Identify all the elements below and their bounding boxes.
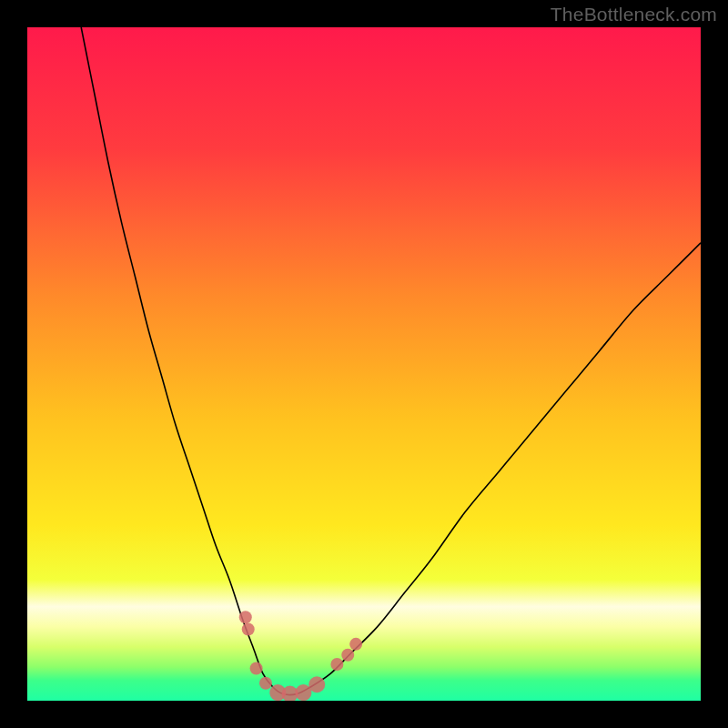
critical-point (330, 658, 343, 671)
plot-area (27, 27, 701, 701)
gradient-background (27, 27, 701, 701)
critical-point (341, 649, 354, 662)
critical-point (308, 676, 325, 693)
critical-point (250, 662, 263, 674)
critical-point (349, 638, 362, 651)
chart-svg (27, 27, 701, 701)
chart-frame: TheBottleneck.com (0, 0, 728, 728)
critical-point (242, 623, 255, 636)
critical-point (239, 611, 252, 623)
watermark-text: TheBottleneck.com (551, 4, 717, 25)
critical-point (259, 677, 272, 690)
